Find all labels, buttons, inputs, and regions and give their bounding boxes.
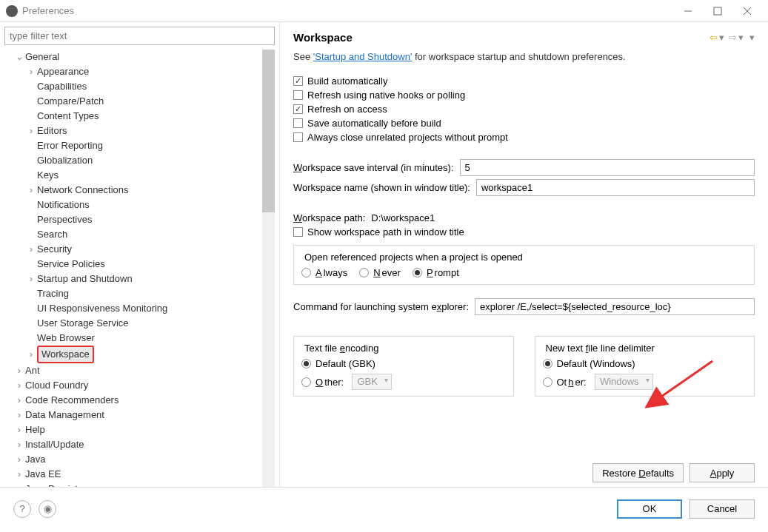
encoding-fieldset: Text file encoding Default (GBK) Other: … <box>293 336 514 397</box>
tree-item-label: Cloud Foundry <box>25 378 88 393</box>
preferences-tree[interactable]: ⌄General›AppearanceCapabilitiesCompare/P… <box>4 50 262 487</box>
left-panel: ⌄General›AppearanceCapabilitiesCompare/P… <box>0 22 280 487</box>
scrollbar-thumb[interactable] <box>262 50 275 212</box>
open-ref-prompt[interactable]: Prompt <box>413 267 459 278</box>
svg-rect-1 <box>714 7 721 15</box>
chevron-right-icon: › <box>27 242 36 257</box>
tree-item-label: Service Policies <box>37 257 105 272</box>
tree-item[interactable]: Compare/Patch <box>4 94 258 109</box>
restore-defaults-button[interactable]: Restore Defaults <box>592 463 684 482</box>
nav-forward-icon[interactable]: ⇨ <box>729 32 737 43</box>
tree-item[interactable]: Service Policies <box>4 257 258 272</box>
workspace-name-input[interactable] <box>476 179 755 196</box>
encoding-other[interactable]: Other: GBK <box>301 374 506 390</box>
tree-item-label: Content Types <box>37 109 99 124</box>
bottom-bar: ? ◉ OK Cancel <box>0 487 768 530</box>
right-panel: Workspace ⇦ ▾ ⇨ ▾ ▾ See 'Startup and Shu… <box>280 22 768 487</box>
open-ref-never[interactable]: Never <box>359 267 401 278</box>
delimiter-other[interactable]: Other: Windows <box>543 374 747 390</box>
chevron-right-icon: › <box>15 452 24 467</box>
show-path-check[interactable]: Show workspace path in window title <box>293 226 755 238</box>
tree-item[interactable]: Notifications <box>4 198 258 212</box>
tree-item[interactable]: Content Types <box>4 109 258 124</box>
refresh-access-check[interactable]: Refresh on access <box>293 104 755 115</box>
tree-item[interactable]: Web Browser <box>4 331 258 346</box>
tree-item[interactable]: Tracing <box>4 286 258 301</box>
filter-input[interactable] <box>4 27 275 45</box>
tree-item-label: Error Reporting <box>37 138 103 153</box>
chevron-right-icon: › <box>15 467 24 482</box>
tree-item[interactable]: ›Network Connections <box>4 183 258 198</box>
tree-item[interactable]: ›Workspace <box>4 346 258 363</box>
refresh-native-check[interactable]: Refresh using native hooks or polling <box>293 90 755 101</box>
tree-item[interactable]: Capabilities <box>4 79 258 94</box>
intro-text: See 'Startup and Shutdown' for workspace… <box>293 51 755 62</box>
tree-item[interactable]: ›Help <box>4 422 258 437</box>
tree-item[interactable]: ⌄General <box>4 50 258 64</box>
tree-item[interactable]: ›Cloud Foundry <box>4 378 258 393</box>
tree-item[interactable]: ›Security <box>4 242 258 257</box>
cancel-button[interactable]: Cancel <box>689 499 755 519</box>
tree-item[interactable]: Search <box>4 227 258 242</box>
delimiter-select: Windows <box>595 374 653 390</box>
chevron-right-icon: › <box>15 378 24 393</box>
tree-item[interactable]: Error Reporting <box>4 138 258 153</box>
workspace-path-label: Workspace path: <box>293 212 365 223</box>
nav-back-icon[interactable]: ⇦ <box>709 32 718 43</box>
workspace-name-label: Workspace name (shown in window title): <box>293 182 470 193</box>
page-title: Workspace <box>293 31 709 44</box>
tree-item[interactable]: ›Editors <box>4 124 258 138</box>
chevron-right-icon: › <box>27 347 36 362</box>
dropdown-icon[interactable]: ▾ <box>719 32 724 43</box>
tree-item[interactable]: ›Java <box>4 452 258 467</box>
apply-button[interactable]: Apply <box>689 463 755 482</box>
help-icon[interactable]: ? <box>13 500 31 518</box>
close-unrelated-check[interactable]: Always close unrelated projects without … <box>293 132 755 143</box>
tree-item-label: Capabilities <box>37 79 87 94</box>
tree-item[interactable]: ›Java EE <box>4 467 258 482</box>
checkbox-icon <box>293 227 303 237</box>
tree-item-label: Java Persistence <box>25 482 98 487</box>
tree-item-label: Tracing <box>37 286 69 301</box>
build-automatically-check[interactable]: Build automatically <box>293 75 755 87</box>
tree-scrollbar[interactable] <box>262 50 275 487</box>
tree-item-label: Search <box>37 227 67 242</box>
close-button[interactable] <box>732 1 762 21</box>
explorer-input[interactable] <box>475 298 755 315</box>
tree-item[interactable]: UI Responsiveness Monitoring <box>4 301 258 316</box>
tree-item-label: Perspectives <box>37 212 92 227</box>
tree-item[interactable]: ›Code Recommenders <box>4 393 258 408</box>
chevron-right-icon: › <box>27 124 36 138</box>
tree-item-label: Ant <box>25 363 40 378</box>
minimize-button[interactable] <box>673 1 703 21</box>
startup-shutdown-link[interactable]: 'Startup and Shutdown' <box>313 51 413 62</box>
delimiter-default[interactable]: Default (Windows) <box>543 358 747 369</box>
tree-item-label: Startup and Shutdown <box>37 272 133 286</box>
tree-item[interactable]: ›Appearance <box>4 64 258 79</box>
checkbox-icon <box>293 90 303 100</box>
tree-item[interactable]: ›Data Management <box>4 408 258 422</box>
tree-item-label: Network Connections <box>37 183 129 198</box>
tree-item[interactable]: Perspectives <box>4 212 258 227</box>
import-export-icon[interactable]: ◉ <box>39 500 56 518</box>
open-referenced-legend: Open referenced projects when a project … <box>301 252 526 263</box>
tree-item-label: Install/Update <box>25 437 84 452</box>
maximize-button[interactable] <box>703 1 732 21</box>
tree-item[interactable]: ›Startup and Shutdown <box>4 272 258 286</box>
dropdown-icon[interactable]: ▾ <box>738 32 744 43</box>
open-ref-always[interactable]: Always <box>301 267 347 278</box>
encoding-default[interactable]: Default (GBK) <box>301 358 506 369</box>
save-before-build-check[interactable]: Save automatically before build <box>293 118 755 129</box>
tree-item[interactable]: Keys <box>4 168 258 183</box>
menu-icon[interactable]: ▾ <box>749 32 755 43</box>
ok-button[interactable]: OK <box>617 499 682 519</box>
window-title: Preferences <box>22 5 673 16</box>
tree-item[interactable]: ›Ant <box>4 363 258 378</box>
app-icon <box>6 5 18 17</box>
explorer-label: Command for launching system explorer: <box>293 301 469 312</box>
tree-item[interactable]: Globalization <box>4 153 258 168</box>
tree-item[interactable]: User Storage Service <box>4 316 258 331</box>
tree-item[interactable]: ›Install/Update <box>4 437 258 452</box>
tree-item[interactable]: ›Java Persistence <box>4 482 258 487</box>
save-interval-input[interactable] <box>460 159 755 176</box>
